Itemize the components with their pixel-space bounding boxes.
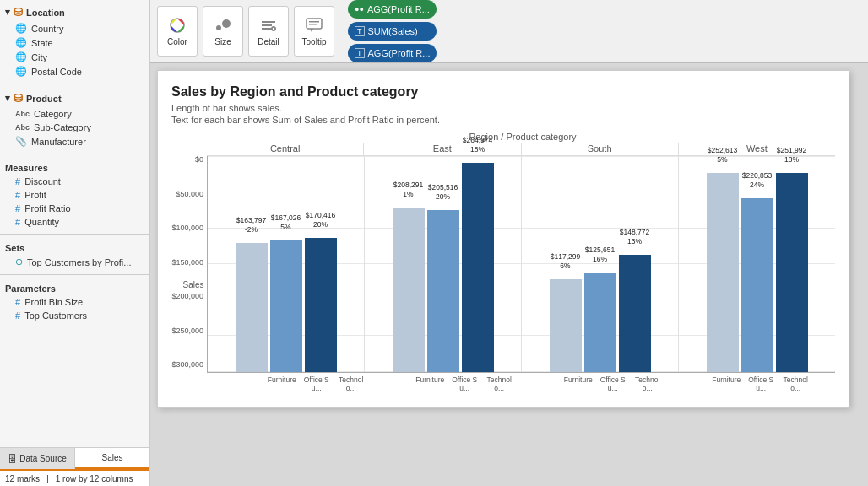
globe-icon: 🌐 (15, 51, 27, 62)
pill-sumsales[interactable]: T SUM(Sales) (348, 22, 437, 40)
ytick-150k: $150,000 (171, 259, 203, 267)
sidebar-item-quantity[interactable]: # Quantity (0, 215, 149, 229)
svg-point-1 (216, 25, 221, 30)
x-south-labels: Furniture Office Su... Technolo... (539, 373, 687, 392)
region-west: West (679, 143, 835, 155)
bar-col-west-officesupplies: $220,85324% (741, 198, 773, 372)
set-icon: ⊙ (15, 256, 23, 267)
sidebar-item-discount[interactable]: # Discount (0, 175, 149, 188)
tooltip-button[interactable]: Tooltip (294, 6, 334, 57)
sidebar-item-postalcode[interactable]: 🌐 Postal Code (0, 64, 149, 78)
sidebar-item-country[interactable]: 🌐 Country (0, 21, 149, 35)
sidebar-item-profitratio[interactable]: # Profit Ratio (0, 202, 149, 215)
bar-east-technology[interactable]: $264,97418% (462, 163, 494, 371)
bar-south-officesupplies[interactable]: $125,65116% (584, 273, 616, 371)
datasource-icon: 🗄 (8, 454, 17, 464)
tooltip-label: Tooltip (302, 37, 327, 46)
svg-point-7 (273, 28, 274, 30)
ytick-300k: $300,000 (171, 361, 203, 369)
sidebar-item-manufacturer[interactable]: 📎 Manufacturer (0, 134, 149, 148)
divider-1 (0, 84, 149, 84)
datasource-tab[interactable]: 🗄 Data Source (0, 448, 75, 469)
bar-label-central-technology: $170,41620% (306, 211, 335, 230)
region-group-south: $117,2996% $125,65116% $148,77213% (522, 156, 679, 372)
x-axis-labels: Furniture Office Su... Technolo... Furni… (242, 373, 835, 392)
hash-icon: # (15, 203, 20, 213)
x-label-central-technology: Technolo... (335, 373, 367, 392)
sidebar-item-profit[interactable]: # Profit (0, 188, 149, 202)
bar-east-officesupplies[interactable]: $205,51620% (427, 210, 459, 372)
bar-label-south-technology: $148,77213% (620, 228, 649, 246)
bar-central-technology[interactable]: $170,41620% (305, 238, 337, 372)
size-button[interactable]: Size (203, 6, 243, 57)
product-header[interactable]: ▾ ⛁ Product (0, 89, 149, 107)
sidebar-item-profitbinsize[interactable]: # Profit Bin Size (0, 295, 149, 309)
measures-header: Measures (0, 159, 149, 175)
chart-subtitle1: Length of bar shows sales. (171, 103, 835, 113)
sidebar-item-topcustomers[interactable]: ⊙ Top Customers by Profi... (0, 255, 149, 269)
bar-south-technology[interactable]: $148,77213% (619, 255, 651, 372)
size-icon (214, 16, 232, 35)
globe-icon: 🌐 (15, 37, 27, 48)
bar-col-east-officesupplies: $205,51620% (427, 210, 459, 372)
parameters-section: Parameters # Profit Bin Size # Top Custo… (0, 277, 149, 326)
color-button[interactable]: Color (157, 6, 198, 57)
bar-central-furniture[interactable]: $163,797-2% (236, 243, 268, 372)
detail-button[interactable]: Detail (248, 6, 289, 57)
plot-area: Sales (207, 156, 835, 392)
sidebar: ▾ ⛁ Location 🌐 Country 🌐 State 🌐 City (0, 0, 150, 486)
region-headers: Central East South West (207, 143, 835, 156)
status-bar: 12 marks | 1 row by 12 columns (0, 469, 149, 486)
svg-rect-11 (309, 24, 317, 25)
sidebar-item-subcategory[interactable]: Abc Sub-Category (0, 121, 149, 134)
sidebar-item-category[interactable]: Abc Category (0, 107, 149, 121)
hash-icon: # (15, 297, 20, 307)
x-label-south-furniture: Furniture (562, 373, 594, 392)
bar-label-south-furniture: $117,2996% (551, 252, 580, 271)
bar-south-furniture[interactable]: $117,2996% (550, 279, 582, 371)
detail-icon (259, 16, 278, 35)
sidebar-item-state[interactable]: 🌐 State (0, 35, 149, 50)
chart-title: Sales by Region and Product category (171, 84, 835, 100)
sets-header: Sets (0, 240, 149, 255)
params-header: Parameters (0, 280, 149, 295)
y-axis-ticks: $300,000 $250,000 $200,000 $150,000 $100… (171, 156, 207, 392)
globe-icon: 🌐 (15, 23, 27, 34)
x-label-east-technology: Technolo... (483, 373, 515, 392)
right-panel: Color Size Detail (150, 0, 868, 486)
bar-west-furniture[interactable]: $252,6135% (707, 173, 739, 372)
bar-central-officesupplies[interactable]: $167,0265% (270, 240, 302, 372)
sales-tab[interactable]: Sales (75, 448, 149, 469)
rows-info: 1 row by 12 columns (56, 474, 133, 483)
sidebar-item-city[interactable]: 🌐 City (0, 50, 149, 64)
bar-west-officesupplies[interactable]: $220,85324% (741, 198, 773, 372)
tooltip-icon (305, 16, 323, 35)
bar-label-west-furniture: $252,6135% (708, 146, 737, 165)
status-separator: | (46, 474, 49, 483)
sidebar-item-topcustomersparam[interactable]: # Top Customers (0, 309, 149, 322)
color-icon (168, 16, 187, 35)
abc-icon: Abc (15, 123, 30, 132)
bar-label-west-officesupplies: $220,85324% (742, 171, 772, 190)
pill-aggprofit1[interactable]: ●● AGG(Profit R... (348, 0, 437, 19)
pill-icon-1: ●● (355, 5, 364, 14)
region-east: East (364, 143, 521, 155)
bar-west-technology[interactable]: $251,99218% (776, 173, 808, 371)
ytick-50k: $50,000 (176, 191, 203, 198)
svg-point-2 (222, 19, 231, 28)
bar-col-west-technology: $251,99218% (776, 173, 808, 371)
svg-rect-4 (262, 24, 272, 26)
marks-count: 12 marks (5, 474, 40, 483)
bar-label-east-furniture: $208,2911% (393, 181, 423, 199)
location-header[interactable]: ▾ ⛁ Location (0, 3, 149, 21)
clip-icon: 📎 (15, 136, 27, 147)
x-label-central-furniture: Furniture (266, 373, 298, 392)
pill-icon-2: T (355, 26, 365, 36)
divider-4 (0, 274, 149, 275)
pill-aggprofit2[interactable]: T AGG(Profit R... (348, 44, 437, 62)
bar-col-central-furniture: $163,797-2% (236, 243, 268, 372)
ytick-0: $0 (195, 156, 203, 164)
bar-col-central-technology: $170,41620% (305, 238, 337, 372)
bar-east-furniture[interactable]: $208,2911% (393, 208, 425, 371)
hierarchy-icon: ⛁ (14, 6, 23, 19)
